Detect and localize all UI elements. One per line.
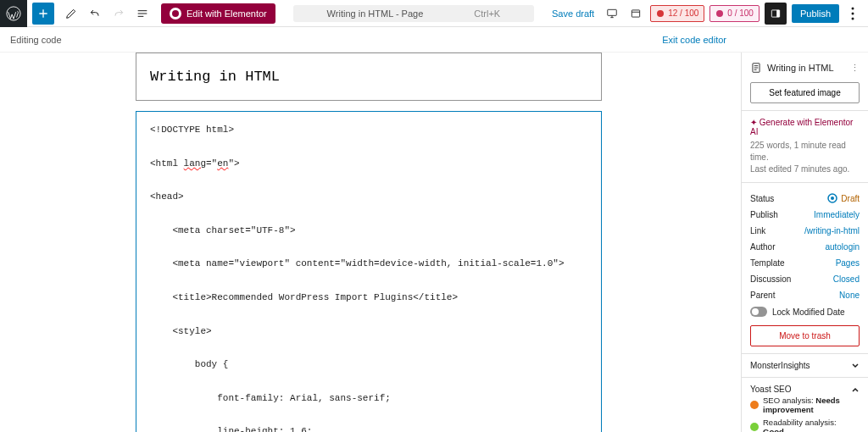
- seo-score-text: 12 / 100: [668, 8, 698, 18]
- doc-label: Writing in HTML: [767, 63, 834, 73]
- parent-row[interactable]: ParentNone: [750, 287, 860, 303]
- readability-analysis-row[interactable]: Readability analysis: Good: [750, 416, 860, 432]
- readability-score-badge[interactable]: 0 / 100: [709, 5, 760, 22]
- featured-image-button[interactable]: Set featured image: [750, 82, 860, 103]
- seo-analysis-row[interactable]: SEO analysis: Needs improvement: [750, 394, 860, 416]
- doc-title-text: Writing in HTML - Page: [327, 8, 424, 19]
- svg-point-8: [852, 12, 854, 14]
- link-row[interactable]: Link/writing-in-html: [750, 223, 860, 239]
- shortcut-hint: Ctrl+K: [474, 8, 500, 19]
- elementor-button[interactable]: Edit with Elementor: [161, 3, 275, 24]
- toggle-icon[interactable]: [750, 307, 767, 317]
- document-title-bar[interactable]: Writing in HTML - Page Ctrl+K: [293, 5, 535, 22]
- chevron-down-icon: [851, 362, 860, 370]
- view-icon[interactable]: [626, 4, 645, 23]
- monsterinsights-panel[interactable]: MonsterInsights: [750, 361, 860, 370]
- seo-status-dot: [750, 401, 759, 409]
- elementor-label: Edit with Elementor: [186, 8, 267, 19]
- author-row[interactable]: Authorautologin: [750, 239, 860, 255]
- publish-row[interactable]: PublishImmediately: [750, 207, 860, 223]
- list-view-icon[interactable]: [131, 2, 154, 25]
- code-content[interactable]: <!DOCTYPE html> <html lang="en"> <head> …: [150, 122, 587, 432]
- chevron-up-icon: [851, 385, 860, 394]
- svg-point-12: [831, 197, 834, 200]
- svg-point-4: [716, 10, 723, 17]
- template-row[interactable]: TemplatePages: [750, 255, 860, 271]
- status-icon: [827, 193, 837, 203]
- exit-code-editor-link[interactable]: Exit code editor: [662, 35, 726, 45]
- more-menu-icon[interactable]: [844, 7, 861, 20]
- undo-icon[interactable]: [83, 2, 107, 25]
- svg-point-9: [852, 17, 854, 19]
- svg-point-3: [657, 10, 664, 17]
- svg-rect-1: [608, 9, 617, 15]
- elementor-ai-link[interactable]: Generate with Elementor AI: [750, 118, 860, 136]
- page-icon: [750, 62, 762, 74]
- svg-rect-2: [632, 9, 640, 16]
- title-input-box[interactable]: [136, 53, 602, 101]
- status-row[interactable]: Status Draft: [750, 190, 860, 207]
- svg-point-7: [852, 7, 854, 9]
- doc-more-icon[interactable]: ⋮: [850, 63, 860, 74]
- wordpress-logo[interactable]: [0, 0, 27, 27]
- elementor-icon: [170, 8, 181, 19]
- svg-rect-6: [776, 9, 780, 16]
- settings-toggle-icon[interactable]: [765, 3, 787, 25]
- redo-icon[interactable]: [107, 2, 131, 25]
- readability-status-dot: [750, 423, 759, 431]
- meta-info: 225 words, 1 minute read time. Last edit…: [750, 140, 860, 175]
- edit-icon[interactable]: [59, 2, 83, 25]
- seo-score-badge[interactable]: 12 / 100: [650, 5, 704, 22]
- trash-button[interactable]: Move to trash: [750, 325, 860, 346]
- page-title-input[interactable]: [150, 69, 587, 85]
- publish-button[interactable]: Publish: [792, 4, 839, 23]
- lock-date-toggle[interactable]: Lock Modified Date: [750, 303, 860, 320]
- readability-score-text: 0 / 100: [727, 8, 754, 18]
- save-draft-link[interactable]: Save draft: [552, 8, 594, 19]
- discussion-row[interactable]: DiscussionClosed: [750, 271, 860, 287]
- desktop-preview-icon[interactable]: [603, 4, 621, 23]
- code-editor[interactable]: <!DOCTYPE html> <html lang="en"> <head> …: [136, 111, 602, 432]
- add-block-button[interactable]: [32, 3, 54, 25]
- editing-mode-label: Editing code: [10, 35, 62, 45]
- yoast-panel[interactable]: Yoast SEO: [750, 385, 860, 394]
